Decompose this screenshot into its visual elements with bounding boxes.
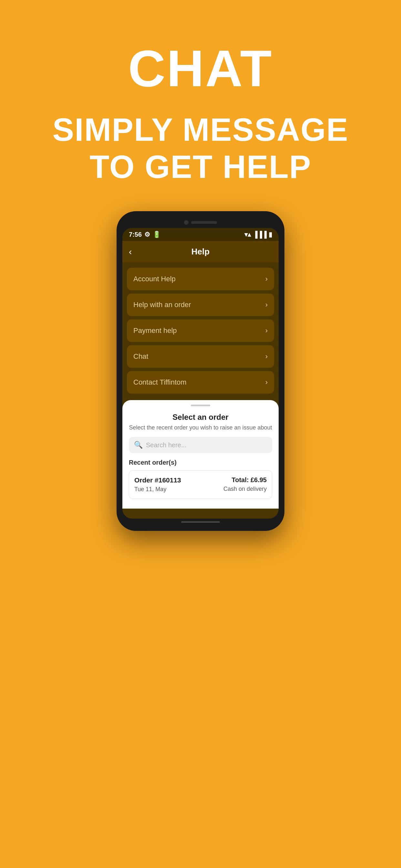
settings-icon: ⚙: [144, 230, 150, 238]
order-card[interactable]: Order #160113 Tue 11, May Total: £6.95 C…: [129, 470, 272, 499]
wifi-icon: ▾▴: [244, 230, 251, 238]
phone-home-bar: [122, 519, 279, 525]
search-bar[interactable]: 🔍 Search here...: [129, 437, 272, 453]
menu-item-help-order-label: Help with an order: [133, 301, 191, 309]
bottom-sheet-handle: [191, 405, 210, 406]
order-total: Total: £6.95: [232, 476, 267, 484]
bottom-sheet: Select an order Select the recent order …: [122, 400, 279, 508]
menu-item-contact-arrow: ›: [266, 378, 268, 386]
order-left: Order #160113 Tue 11, May: [134, 476, 181, 493]
page-main-title: CHAT: [128, 39, 273, 98]
order-number: Order #160113: [134, 476, 181, 484]
header-title: Help: [129, 247, 272, 257]
search-icon: 🔍: [134, 441, 143, 449]
menu-item-chat-label: Chat: [133, 352, 148, 361]
menu-item-contact-label: Contact Tiffintom: [133, 378, 187, 386]
status-left: 7:56 ⚙ 🔋: [129, 230, 161, 238]
status-time: 7:56: [129, 231, 142, 238]
phone-outer-shell: 7:56 ⚙ 🔋 ▾▴ ▐▐▐ ▮ ‹ Help Account Help: [117, 211, 284, 531]
menu-item-contact[interactable]: Contact Tiffintom ›: [127, 371, 274, 394]
recent-orders-label: Recent order(s): [129, 459, 272, 466]
help-menu-list: Account Help › Help with an order › Paym…: [122, 262, 279, 399]
page-subtitle: SIMPLY MESSAGETO GET HELP: [52, 111, 348, 185]
menu-item-help-order-arrow: ›: [266, 301, 268, 309]
phone-screen: 7:56 ⚙ 🔋 ▾▴ ▐▐▐ ▮ ‹ Help Account Help: [122, 228, 279, 519]
menu-item-payment-help-label: Payment help: [133, 327, 177, 335]
menu-item-account-help-arrow: ›: [266, 275, 268, 283]
menu-item-payment-help-arrow: ›: [266, 327, 268, 335]
order-date: Tue 11, May: [134, 486, 181, 493]
phone-mockup: 7:56 ⚙ 🔋 ▾▴ ▐▐▐ ▮ ‹ Help Account Help: [117, 211, 284, 531]
sheet-title: Select an order: [129, 413, 272, 422]
sheet-subtitle: Select the recent order you wish to rais…: [129, 424, 272, 431]
app-header: ‹ Help: [122, 241, 279, 262]
order-payment-method: Cash on delivery: [223, 486, 267, 492]
home-bar-line: [181, 521, 220, 523]
menu-item-chat[interactable]: Chat ›: [127, 345, 274, 368]
battery-icon: ▮: [269, 230, 272, 238]
phone-notch: [122, 217, 279, 228]
menu-item-help-order[interactable]: Help with an order ›: [127, 293, 274, 316]
menu-item-payment-help[interactable]: Payment help ›: [127, 319, 274, 342]
back-button[interactable]: ‹: [129, 247, 132, 257]
search-input[interactable]: Search here...: [146, 441, 267, 449]
menu-item-account-help-label: Account Help: [133, 275, 176, 283]
status-bar: 7:56 ⚙ 🔋 ▾▴ ▐▐▐ ▮: [122, 228, 279, 241]
order-right: Total: £6.95 Cash on delivery: [223, 476, 267, 492]
phone-speaker: [191, 221, 217, 224]
menu-item-account-help[interactable]: Account Help ›: [127, 268, 274, 290]
phone-camera: [184, 220, 189, 225]
battery-small-icon: 🔋: [153, 230, 161, 238]
signal-icon: ▐▐▐: [253, 231, 267, 238]
status-right: ▾▴ ▐▐▐ ▮: [244, 230, 272, 238]
menu-item-chat-arrow: ›: [266, 352, 268, 361]
